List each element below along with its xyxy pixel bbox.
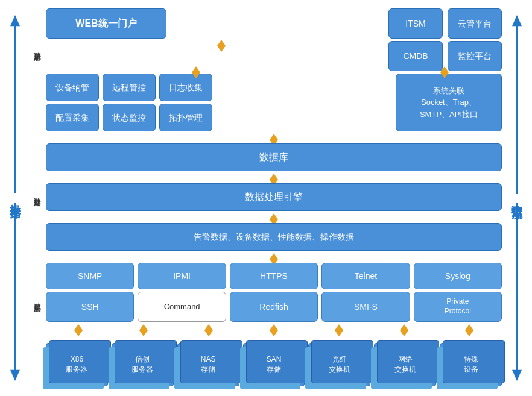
layer-label-collect: 数据采集层	[30, 259, 43, 338]
arrow-up-display	[192, 66, 200, 78]
topo-mgmt-box: 拓扑管理	[159, 104, 212, 131]
remote-ctrl-box: 远程管控	[103, 74, 156, 101]
arrow-display-middle	[217, 40, 226, 52]
display-row1: WEB统一门户 ITSM 云管平台	[46, 8, 502, 39]
svg-marker-5	[512, 370, 522, 381]
cmdb-box: CMDB	[388, 41, 443, 71]
fiber-device: 光纤 交换机	[308, 338, 370, 392]
ssh-box: SSH	[46, 292, 134, 322]
left-label: 操作指令	[8, 193, 22, 203]
collect-row1: SNMP IPMI HTTPS Telnet Syslog	[46, 263, 502, 289]
network-device: 网络 交换机	[374, 338, 436, 392]
cloud-mgmt-box: 云管平台	[448, 8, 502, 39]
log-collect-box: 日志收集	[159, 74, 212, 101]
status-monitor-box: 状态监控	[103, 104, 156, 131]
layer-label-display: 数据展示层	[30, 6, 43, 89]
special-device: 特殊 设备	[440, 338, 502, 392]
main-container: 操作指令 数据流 数据展示层 WEB统一门户 ITSM	[0, 0, 532, 396]
https-box: HTTPS	[230, 263, 318, 289]
redfish-box: Redfish	[230, 292, 318, 322]
system-link-box: 系统关联 Socket、Trap、 SMTP、API接口	[396, 74, 502, 131]
right-label: 数据流	[510, 194, 524, 203]
ipmi-box: IPMI	[138, 263, 226, 289]
data-engine-box: 数据处理引擎	[46, 183, 502, 211]
layer-label-process: 数据处理层	[30, 139, 43, 247]
config-collect-box: 配置采集	[46, 104, 99, 131]
devices-row: X86 服务器 信创 服务器 NAS 存储 S	[46, 338, 502, 392]
database-box: 数据库	[46, 143, 502, 171]
x86-device: X86 服务器	[46, 338, 108, 392]
syslog-box: Syslog	[414, 263, 502, 289]
arrow-up-syslink	[440, 66, 449, 78]
display-row2: CMDB 监控平台	[46, 41, 502, 71]
device-mgmt-box: 设备纳管	[46, 74, 99, 101]
xinchuang-device: 信创 服务器	[112, 338, 174, 392]
command-box: Command	[138, 292, 226, 322]
private-protocol-box: Private Protocol	[414, 292, 502, 322]
web-portal-box: WEB统一门户	[46, 8, 166, 39]
svg-marker-2	[10, 370, 20, 381]
content-area: 数据展示层 WEB统一门户 ITSM 云管平台 CM	[30, 6, 502, 390]
data-types-box: 告警数据、设备数据、性能数据、操作数据	[46, 223, 502, 251]
smis-box: SMI-S	[321, 292, 410, 322]
telnet-box: Telnet	[321, 263, 410, 289]
collect-row2: SSH Command Redfish SMI-S Private Protoc…	[46, 292, 502, 322]
itsm-box: ITSM	[388, 8, 443, 39]
snmp-box: SNMP	[46, 263, 134, 289]
arrows-collect-devices	[46, 324, 502, 336]
nas-device: NAS 存储	[177, 338, 239, 392]
svg-marker-3	[512, 15, 522, 26]
san-device: SAN 存储	[243, 338, 305, 392]
right-arrow-area: 数据流	[504, 15, 530, 381]
monitor-platform-box: 监控平台	[448, 41, 502, 71]
svg-marker-0	[10, 15, 20, 26]
left-arrow-area: 操作指令	[2, 15, 28, 381]
